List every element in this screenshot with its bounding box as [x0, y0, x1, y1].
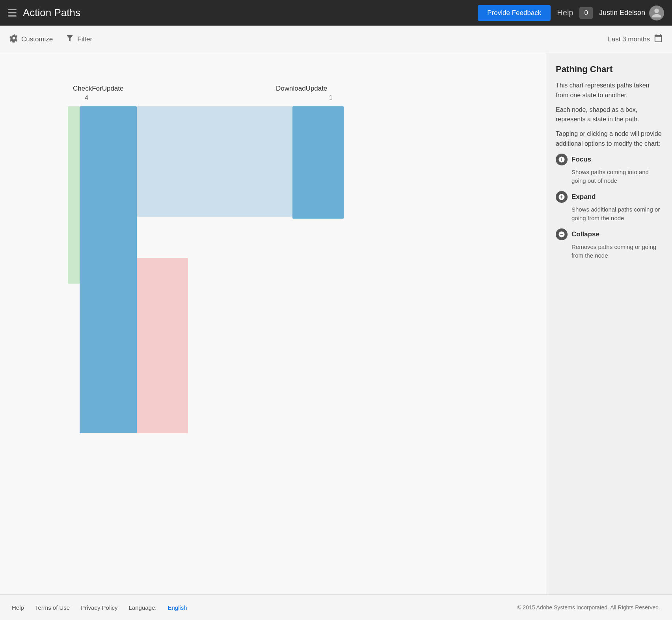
sidebar-info: Pathing Chart This chart represents path…: [546, 53, 672, 594]
sidebar-desc2: Each node, shaped as a box, represents a…: [556, 105, 663, 125]
app-title: Action Paths: [23, 7, 478, 19]
user-icon: [651, 7, 662, 19]
customize-button[interactable]: Customize: [9, 34, 53, 45]
nav-actions: Provide Feedback Help 0 Justin Edelson: [478, 5, 664, 21]
customize-label: Customize: [21, 35, 53, 43]
chart-container: CheckForUpdate 4 DownloadUpdate 1: [8, 65, 534, 420]
user-profile[interactable]: Justin Edelson: [599, 6, 664, 20]
filter-button[interactable]: Filter: [65, 34, 92, 45]
expand-desc: Shows additional paths coming or going f…: [556, 205, 663, 223]
node2-count: 1: [329, 95, 333, 102]
footer-links: Help Terms of Use Privacy Policy Languag…: [12, 604, 187, 611]
download-blue-bar[interactable]: [292, 106, 344, 219]
user-name: Justin Edelson: [599, 9, 645, 17]
provide-feedback-button[interactable]: Provide Feedback: [478, 5, 551, 21]
collapse-label: Collapse: [571, 230, 599, 238]
footer-language-label: Language:: [129, 604, 157, 611]
footer-language-english[interactable]: English: [168, 604, 187, 611]
hamburger-icon[interactable]: [8, 9, 17, 17]
node1-count: 4: [85, 95, 88, 102]
footer: Help Terms of Use Privacy Policy Languag…: [0, 594, 672, 620]
expand-icon: [556, 191, 568, 203]
expand-action-header: Expand: [556, 191, 663, 203]
avatar: [649, 6, 664, 20]
footer-link-help[interactable]: Help: [12, 604, 24, 611]
footer-link-privacy[interactable]: Privacy Policy: [81, 604, 117, 611]
notification-badge[interactable]: 0: [579, 7, 592, 19]
expand-label: Expand: [571, 193, 596, 201]
focus-label: Focus: [571, 156, 591, 163]
filter-icon: [65, 34, 74, 45]
sidebar-desc1: This chart represents paths taken from o…: [556, 81, 663, 100]
date-range-label: Last 3 months: [608, 35, 650, 43]
filter-label: Filter: [77, 35, 92, 43]
help-button[interactable]: Help: [557, 8, 573, 17]
focus-icon: [556, 154, 568, 165]
main-blue-bar[interactable]: [80, 106, 137, 433]
collapse-icon: [556, 228, 568, 240]
node1-label[interactable]: CheckForUpdate: [73, 85, 124, 93]
date-filter[interactable]: Last 3 months: [608, 34, 663, 45]
focus-desc: Shows paths coming into and going out of…: [556, 168, 663, 186]
focus-action: Focus Shows paths coming into and going …: [556, 154, 663, 186]
collapse-desc: Removes paths coming or going from the n…: [556, 243, 663, 260]
pink-bar: [137, 258, 188, 433]
green-bar: [68, 106, 80, 284]
top-nav: Action Paths Provide Feedback Help 0 Jus…: [0, 0, 672, 26]
node2-label[interactable]: DownloadUpdate: [276, 85, 327, 93]
focus-action-header: Focus: [556, 154, 663, 165]
calendar-icon: [654, 34, 663, 45]
expand-action: Expand Shows additional paths coming or …: [556, 191, 663, 223]
footer-copyright: © 2015 Adobe Systems Incorporated. All R…: [517, 604, 660, 611]
sidebar-desc3: Tapping or clicking a node will provide …: [556, 129, 663, 149]
collapse-action-header: Collapse: [556, 228, 663, 240]
sidebar-title: Pathing Chart: [556, 64, 663, 74]
collapse-action: Collapse Removes paths coming or going f…: [556, 228, 663, 260]
light-blue-connector: [137, 106, 292, 217]
chart-area: CheckForUpdate 4 DownloadUpdate 1: [0, 53, 546, 594]
toolbar: Customize Filter Last 3 months: [0, 26, 672, 53]
footer-link-terms[interactable]: Terms of Use: [35, 604, 70, 611]
main-content: CheckForUpdate 4 DownloadUpdate 1 Pathin…: [0, 53, 672, 594]
gear-icon: [9, 34, 18, 45]
